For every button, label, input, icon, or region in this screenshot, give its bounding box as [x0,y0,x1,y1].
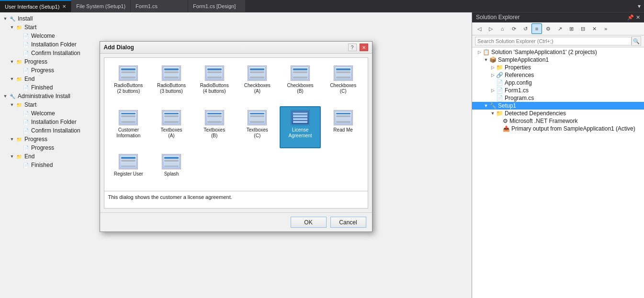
item-icon-read-me [334,110,353,125]
sol-label: Program.cs [505,95,534,101]
item-label-checkboxes-a: Checkboxes(A) [244,83,271,94]
dialog-overlay: Add Dialog ? ✕ RadioButtons(2 buttons) [0,12,472,298]
arrow-icon: ▼ [483,57,489,62]
dialog-help-button[interactable]: ? [348,44,357,51]
sol-item-references[interactable]: ▷ 🔗 References [472,71,644,79]
more-button[interactable]: » [600,23,611,34]
sol-item-setup1[interactable]: ▼ 🔧 Setup1 [472,102,644,110]
sol-item-sol-root[interactable]: ▷ 📋 Solution 'SampleApplication1' (2 pro… [472,48,644,56]
search-box: 🔍 [472,35,644,47]
dialog-item-textboxes-c[interactable]: Textboxes(C) [237,106,278,149]
tab-ui-setup-label: User Interface (Setup1) [5,4,59,10]
sol-item-dotnet-fw[interactable]: ⚙ Microsoft .NET Framework [472,117,644,125]
item-icon-radiobuttons-2 [119,66,138,81]
sol-item-properties[interactable]: ▷ 📁 Properties [472,64,644,71]
item-label-textboxes-b: Textboxes(B) [203,127,225,139]
item-icon-checkboxes-b [291,66,310,81]
properties-button[interactable]: ⚙ [543,23,554,34]
dialog-item-radiobuttons-4[interactable]: RadioButtons(4 buttons) [194,62,235,104]
item-icon-textboxes-c [248,110,267,125]
item-label-radiobuttons-4: RadioButtons(4 buttons) [200,83,229,94]
arrow-icon: ▷ [489,88,496,93]
arrow-icon: ▼ [489,111,496,116]
item-icon-register-user [119,154,138,169]
item-icon-textboxes-b [205,110,224,125]
back-button[interactable]: ◁ [474,23,485,34]
output-icon: 📤 [503,125,510,132]
delete-button[interactable]: ✕ [589,23,599,34]
refresh-button[interactable]: ↺ [520,23,531,34]
search-input[interactable] [475,37,632,45]
item-icon-checkboxes-a [248,66,267,81]
arrow-icon: ▼ [483,103,489,108]
dialog-cancel-button[interactable]: Cancel [330,217,366,228]
item-label-radiobuttons-2: RadioButtons(2 buttons) [114,83,143,94]
pin-icon[interactable]: 📌 [627,14,634,21]
item-label-customer-info: CustomerInformation [116,127,140,139]
close-icon[interactable]: ✕ [636,14,640,21]
sol-label: Primary output from SampleApplication1 (… [511,125,635,132]
tab-fs-setup[interactable]: File System (Setup1) [71,0,131,12]
arrow-icon: ▷ [489,65,496,70]
tab-ui-setup[interactable]: User Interface (Setup1) ✕ [0,0,71,12]
sol-item-program-cs[interactable]: 📄 Program.cs [472,94,644,102]
dialog-item-radiobuttons-3[interactable]: RadioButtons(3 buttons) [151,62,192,104]
copy-button[interactable]: ⊞ [566,23,576,34]
sol-item-sample-app[interactable]: ▼ 📦 SampleApplication1 [472,56,644,64]
dialog-item-textboxes-b[interactable]: Textboxes(B) [194,106,235,149]
item-label-splash: Splash [164,171,179,177]
open-button[interactable]: ↗ [554,23,565,34]
arrow-icon: ▷ [489,73,496,77]
search-submit-button[interactable]: 🔍 [632,36,641,46]
item-icon-checkboxes-c [334,66,353,81]
sol-label: App.config [505,79,532,86]
main-area: ▼ 🔧 Install ▼ 📁 Start 📄 Welcome 📄 Instal… [0,12,644,298]
dialog-item-register-user[interactable]: Register User [108,150,149,187]
file-icon: 📄 [496,79,503,86]
sol-item-detected-deps[interactable]: ▼ 📁 Detected Dependencies [472,110,644,117]
add-dialog: Add Dialog ? ✕ RadioButtons(2 buttons) [100,41,373,232]
tab-close-ui-setup[interactable]: ✕ [62,4,66,9]
tab-form1-cs[interactable]: Form1.cs [131,0,188,12]
item-icon-license-agreement [291,110,310,125]
tab-overflow[interactable]: ▾ [634,0,644,12]
sol-item-app-config[interactable]: 📄 App.config [472,79,644,87]
dialog-item-checkboxes-c[interactable]: Checkboxes(C) [323,62,364,104]
dialog-footer: OK Cancel [100,212,372,232]
paste-button[interactable]: ⊟ [577,23,588,34]
tab-form1-design-label: Form1.cs [Design] [193,3,236,9]
item-icon-splash [162,154,181,169]
dialog-ok-button[interactable]: OK [291,217,327,228]
dialog-item-checkboxes-b[interactable]: Checkboxes(B) [280,62,321,104]
tab-form1-cs-label: Form1.cs [136,3,158,9]
dialog-description: This dialog shows the customer a license… [104,191,368,209]
dialog-item-license-agreement[interactable]: LicenseAgreement [280,106,321,149]
sol-item-form1-cs[interactable]: ▷ 📄 Form1.cs [472,87,644,94]
file-icon: 📄 [496,87,503,94]
item-label-textboxes-a: Textboxes(A) [160,127,182,139]
dialog-item-read-me[interactable]: Read Me [323,106,364,149]
file-icon: 📄 [496,95,503,101]
sol-label: SampleApplication1 [498,56,549,63]
forward-button[interactable]: ▷ [486,23,496,34]
sol-item-primary-output[interactable]: 📤 Primary output from SampleApplication1… [472,125,644,132]
solution-explorer-title: Solution Explorer [476,14,625,21]
dialog-item-textboxes-a[interactable]: Textboxes(A) [151,106,192,149]
dialog-close-button[interactable]: ✕ [360,44,368,51]
show-all-button[interactable]: ≡ [531,23,542,34]
sync-button[interactable]: ⟳ [508,23,519,34]
item-label-license-agreement: LicenseAgreement [289,127,312,139]
dialog-title: Add Dialog [104,44,345,51]
item-icon-radiobuttons-4 [205,66,224,81]
tab-form1-design[interactable]: Form1.cs [Design] [188,0,246,12]
sol-label: References [505,72,534,78]
tab-bar: User Interface (Setup1) ✕ File System (S… [0,0,644,12]
dialog-item-radiobuttons-2[interactable]: RadioButtons(2 buttons) [108,62,149,104]
dialog-item-checkboxes-a[interactable]: Checkboxes(A) [237,62,278,104]
dialog-grid: RadioButtons(2 buttons) RadioButtons(3 b… [104,57,368,191]
dialog-item-customer-info[interactable]: CustomerInformation [108,106,149,149]
sol-label: Detected Dependencies [505,110,566,117]
home-button[interactable]: ⌂ [497,23,508,34]
dialog-item-splash[interactable]: Splash [151,150,192,187]
solution-explorer: Solution Explorer 📌 ✕ ◁ ▷ ⌂ ⟳ ↺ ≡ ⚙ ↗ ⊞ … [472,12,644,298]
